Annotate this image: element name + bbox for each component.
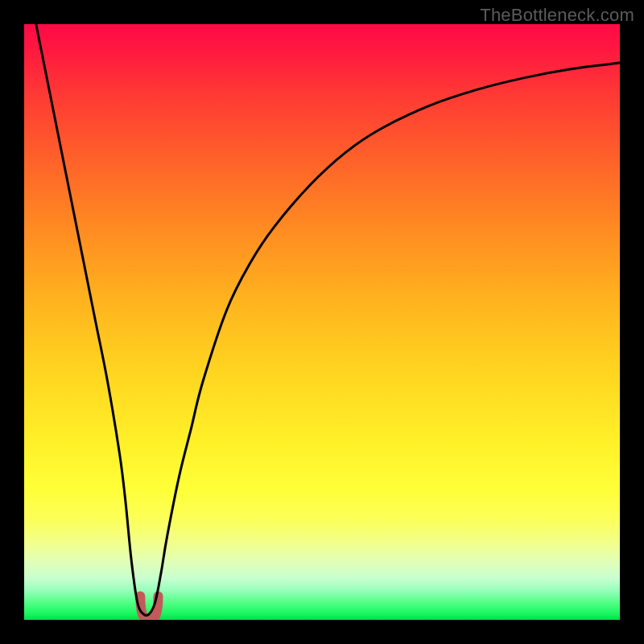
watermark-text: TheBottleneck.com xyxy=(480,5,634,26)
bottleneck-curve xyxy=(36,24,620,616)
chart-frame: TheBottleneck.com xyxy=(0,0,644,644)
curve-layer xyxy=(24,24,620,620)
plot-area xyxy=(24,24,620,620)
